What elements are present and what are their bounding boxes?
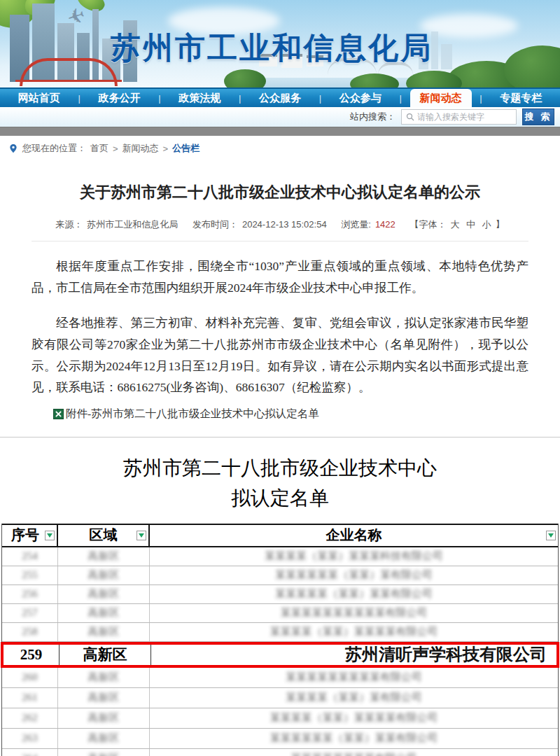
- nav-item-gov-affairs[interactable]: 政务公开: [88, 89, 150, 107]
- row-seq-text: 263: [22, 732, 38, 744]
- nav-item-public-service[interactable]: 公众服务: [249, 89, 311, 107]
- source-value: 苏州市工业和信息化局: [87, 219, 178, 230]
- row-company-text: 某某某某某某某某有限公司: [291, 752, 417, 756]
- breadcrumb-item-home[interactable]: 首页: [90, 142, 108, 155]
- nav-separator: |: [78, 89, 80, 107]
- row-region-text: 高新区: [88, 732, 120, 745]
- location-pin-icon: [8, 144, 18, 153]
- row-seq: 262: [2, 708, 58, 728]
- filter-arrow-icon: [548, 533, 554, 538]
- row-seq: 254: [2, 547, 58, 566]
- publish-time-label: 发布时间：: [192, 219, 238, 230]
- row-seq-text: 261: [22, 692, 38, 704]
- font-size-medium[interactable]: 中: [466, 219, 475, 230]
- highlighted-table-row: 259 高新区 苏州清听声学科技有限公司: [1, 642, 559, 668]
- article: 关于苏州市第二十八批市级企业技术中心拟认定名单的公示 来源：苏州市工业和信息化局…: [0, 182, 560, 421]
- table-header-row: 序号 区域 企业名称: [2, 524, 558, 547]
- search-label: 站内搜索：: [350, 111, 396, 123]
- breadcrumb-separator: >: [113, 144, 118, 154]
- nav-item-public-participation[interactable]: 公众参与: [330, 89, 391, 107]
- row-company-text: 某某某某某某（某某）某有限公司: [275, 568, 433, 582]
- table-row: 260高新区某某某某某某某某某有限公司: [2, 668, 558, 688]
- nav-item-home[interactable]: 网站首页: [8, 89, 70, 107]
- filter-arrow-icon: [47, 533, 52, 538]
- font-size-large[interactable]: 大: [450, 219, 459, 230]
- filter-dropdown-seq[interactable]: [45, 531, 55, 540]
- row-seq: 261: [2, 688, 58, 708]
- row-company-text: 某某某某某某（某某）某某有限公司: [270, 732, 438, 745]
- header-cell-region: 区域: [58, 525, 150, 546]
- source-label: 来源：: [55, 219, 83, 230]
- row-region-text: 高新区: [88, 550, 120, 563]
- table-row: 258高新区某某某某（某某）某某某某有限公司: [2, 623, 558, 642]
- row-seq-text: 256: [22, 588, 38, 600]
- attachment-table-preview: 苏州市第二十八批市级企业技术中心 拟认定名单 序号 区域 企业名称 254高新区…: [0, 437, 560, 756]
- nav-item-news[interactable]: 新闻动态: [410, 89, 472, 107]
- nav-item-policy-law[interactable]: 政策法规: [169, 89, 230, 107]
- row-company-text: 某某某某（某某）某有限公司: [286, 691, 422, 704]
- row-region: 高新区: [58, 585, 150, 603]
- table-title-line1: 苏州市第二十八批市级企业技术中心: [0, 453, 560, 483]
- row-company: 某某某某某某（某某）某有限公司: [150, 566, 558, 584]
- row-company: 某某某某（某某）某有限公司: [150, 688, 558, 708]
- bush-decoration: [224, 69, 266, 88]
- table-row: 254高新区某某某某（某某）某某某科技有限公司: [2, 547, 558, 566]
- attachment-link[interactable]: 附件-苏州市第二十八批市级企业技术中心拟认定名单: [53, 407, 528, 421]
- row-region: 高新区: [58, 604, 150, 622]
- breadcrumb-item-current[interactable]: 公告栏: [172, 142, 200, 155]
- header-cell-company: 企业名称: [150, 525, 558, 546]
- header-label-region: 区域: [90, 526, 118, 545]
- row-seq-text: 255: [22, 569, 38, 581]
- table-row: 255高新区某某某某某某（某某）某有限公司: [2, 566, 558, 585]
- bush-decoration: [350, 74, 399, 88]
- nav-separator: |: [158, 89, 160, 107]
- row-region-text: 高新区: [88, 587, 120, 601]
- table-title-line2: 拟认定名单: [0, 483, 560, 513]
- font-size-label: 【字体：: [410, 219, 446, 230]
- row-region: 高新区: [58, 668, 150, 687]
- row-region: 高新区: [58, 566, 150, 584]
- breadcrumb-item-news[interactable]: 新闻动态: [122, 142, 159, 155]
- row-region-text: 高新区: [88, 671, 120, 684]
- row-company: 某某某某某某某某有限公司: [150, 749, 558, 756]
- table-row: 261高新区某某某某（某某）某有限公司: [2, 688, 558, 708]
- row-region-text: 高新区: [88, 711, 120, 724]
- filter-dropdown-company[interactable]: [546, 531, 556, 540]
- article-meta: 来源：苏州市工业和信息化局 发布时间：2024-12-13 15:02:54 浏…: [31, 218, 528, 231]
- table-row: 257高新区某某某某某某某某某某有限公司: [2, 604, 558, 623]
- row-company: 某某某某某某某某某有限公司: [150, 668, 558, 687]
- row-company: 某某某某某（某某）某某有限公司: [150, 585, 558, 603]
- search-button[interactable]: 搜 索: [522, 108, 554, 125]
- row-seq: 256: [2, 585, 58, 603]
- row-company-text: 某某某某（某某）某某某某有限公司: [270, 711, 438, 724]
- row-company-text: 某某某某某（某某）某某有限公司: [275, 587, 433, 601]
- publish-time-value: 2024-12-13 15:02:54: [242, 219, 327, 230]
- filter-dropdown-region[interactable]: [136, 531, 146, 540]
- nav-item-special-columns[interactable]: 专题专栏: [490, 89, 552, 107]
- search-input[interactable]: [417, 112, 516, 122]
- filter-arrow-icon: [139, 533, 144, 538]
- row-seq: 257: [2, 604, 58, 622]
- row-seq: 260: [2, 668, 58, 687]
- row-region-text: 高新区: [88, 752, 120, 756]
- header-cell-seq: 序号: [2, 525, 58, 546]
- row-region: 高新区: [58, 708, 150, 728]
- row-company-text: 某某某某（某某）某某某科技有限公司: [265, 550, 443, 563]
- nav-separator: |: [239, 89, 241, 107]
- site-banner: ✈ 苏州市工业和信息化局: [0, 0, 560, 88]
- table-row: 263高新区某某某某某某（某某）某某有限公司: [2, 729, 558, 749]
- article-paragraph: 经各地推荐、第三方初审、材料补充完善、复审、党组会审议，拟认定张家港市民华塑胶有…: [31, 312, 528, 398]
- nav-separator: |: [319, 89, 321, 107]
- header-label-seq: 序号: [11, 526, 48, 545]
- search-input-wrapper: [401, 109, 517, 125]
- font-size-small[interactable]: 小: [482, 219, 491, 230]
- table-rows-below: 260高新区某某某某某某某某某有限公司261高新区某某某某（某某）某有限公司26…: [2, 668, 558, 756]
- row-region: 高新区: [58, 623, 150, 641]
- distant-building: [441, 44, 452, 69]
- row-seq: 258: [2, 623, 58, 641]
- article-paragraph: 根据年度重点工作安排，围绕全市“1030”产业重点领域的重点领域、本地特色优势产…: [31, 255, 528, 298]
- breadcrumb: 您现在的位置： 首页 > 新闻动态 > 公告栏: [0, 136, 560, 161]
- row-seq: 263: [2, 729, 58, 748]
- table-row: 262高新区某某某某（某某）某某某某有限公司: [2, 708, 558, 729]
- table-row: 256高新区某某某某某（某某）某某有限公司: [2, 585, 558, 604]
